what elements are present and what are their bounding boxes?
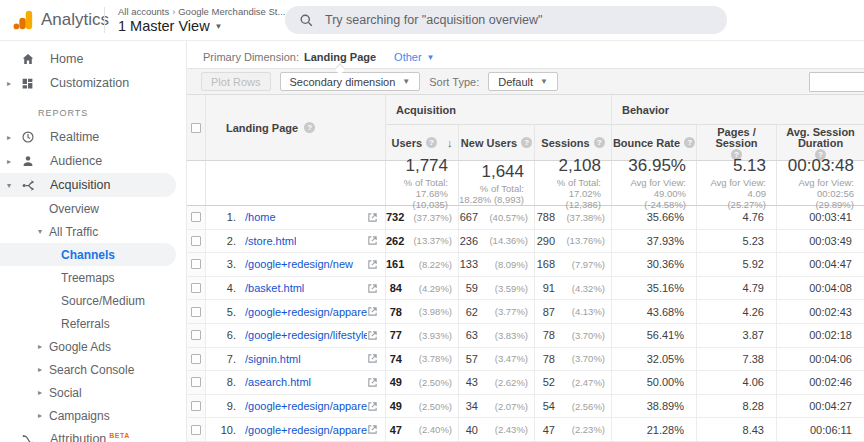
sidebar-item-attribution[interactable]: AttributionBETA	[0, 427, 176, 442]
help-icon[interactable]: ?	[521, 137, 532, 148]
analytics-logo[interactable]: Analytics	[0, 9, 104, 31]
sidebar-item-all-traffic[interactable]: ▾All Traffic	[0, 220, 176, 243]
sidebar-item-overview[interactable]: Overview	[0, 197, 176, 220]
column-header-avg-session-duration[interactable]: Avg. Session Duration ?	[777, 125, 864, 160]
primary-dimension-tab-landing-page[interactable]: Landing Page	[304, 51, 376, 63]
breadcrumb[interactable]: All accounts › Google Merchandise St...	[118, 6, 285, 17]
landing-page-cell: 1./home	[206, 206, 386, 229]
open-page-icon[interactable]	[367, 212, 378, 223]
row-checkbox[interactable]	[191, 330, 201, 340]
row-checkbox[interactable]	[191, 425, 201, 435]
landing-page-link[interactable]: /google+redesign/new	[245, 258, 353, 270]
open-page-icon[interactable]	[367, 235, 378, 246]
sidebar-item-google-ads[interactable]: ▸Google Ads	[0, 335, 176, 358]
row-checkbox[interactable]	[191, 377, 201, 387]
collapse-arrow-icon[interactable]: ▾	[38, 227, 42, 236]
row-checkbox[interactable]	[191, 283, 201, 293]
column-header-pages-session[interactable]: Pages / Session ?	[697, 125, 777, 160]
sidebar-item-home[interactable]: Home	[0, 47, 176, 71]
landing-page-link[interactable]: /google+redesign/apparel/mens	[245, 306, 367, 318]
help-icon[interactable]: ?	[304, 122, 315, 133]
row-checkbox[interactable]	[191, 354, 201, 364]
breadcrumb-property[interactable]: Google Merchandise St...	[178, 6, 285, 17]
sidebar-item-customization[interactable]: ▸Customization	[0, 71, 176, 95]
group-header-acquisition: Acquisition	[386, 95, 612, 124]
landing-page-link[interactable]: /google+redesign/apparel	[245, 400, 367, 412]
sidebar-item-social[interactable]: ▸Social	[0, 381, 176, 404]
row-checkbox[interactable]	[191, 236, 201, 246]
expand-arrow-icon[interactable]: ▸	[38, 388, 42, 397]
expand-arrow-icon[interactable]: ▸	[38, 365, 42, 374]
open-page-icon[interactable]	[367, 353, 378, 364]
cell-users-percent: (37.37%)	[404, 212, 452, 223]
sidebar-item-search-console[interactable]: ▸Search Console	[0, 358, 176, 381]
landing-page-link[interactable]: /basket.html	[245, 282, 304, 294]
home-icon	[21, 51, 37, 67]
expand-arrow-icon[interactable]: ▸	[38, 342, 42, 351]
row-checkbox[interactable]	[191, 212, 201, 222]
cell-bounce-rate: 38.89%	[612, 395, 697, 418]
sort-type-label: Sort Type:	[429, 76, 479, 88]
collapse-arrow-icon[interactable]: ▾	[7, 181, 11, 190]
sort-descending-icon[interactable]: ↓	[447, 137, 453, 149]
secondary-dimension-button[interactable]: Secondary dimension ▼	[280, 72, 421, 91]
expand-arrow-icon[interactable]: ▸	[7, 157, 11, 166]
table-search-input[interactable]	[809, 72, 864, 92]
sidebar-item-campaigns[interactable]: ▸Campaigns	[0, 404, 176, 427]
open-page-icon[interactable]	[367, 259, 378, 270]
table-body: 1./home732(37.37%)667(40.57%)788(37.38%)…	[187, 206, 864, 442]
row-checkbox[interactable]	[191, 259, 201, 269]
column-header-landing-page[interactable]: Landing Page ?	[206, 95, 386, 160]
landing-page-link[interactable]: /google+redesign/lifestyle/bags	[245, 329, 367, 341]
open-page-icon[interactable]	[367, 424, 378, 435]
global-search-input[interactable]: Try searching for "acquisition overview"	[285, 6, 727, 34]
sidebar-item-source-medium[interactable]: Source/Medium	[0, 289, 176, 312]
help-icon[interactable]: ?	[426, 137, 437, 148]
sort-type-button[interactable]: Default ▼	[488, 72, 558, 91]
sidebar-item-treemaps[interactable]: Treemaps	[0, 266, 176, 289]
cell-bounce-rate: 35.16%	[612, 277, 697, 300]
cell-users-percent: (2.50%)	[402, 401, 452, 412]
landing-page-link[interactable]: /store.html	[245, 235, 296, 247]
cell-bounce-rate: 43.68%	[612, 300, 697, 323]
sidebar-item-label: Social	[49, 386, 82, 400]
open-page-icon[interactable]	[367, 377, 378, 388]
landing-page-link[interactable]: /google+redesign/apparel/hats	[245, 424, 367, 436]
sidebar-item-referrals[interactable]: Referrals	[0, 312, 176, 335]
select-all-checkbox[interactable]	[191, 123, 201, 133]
open-page-icon[interactable]	[367, 306, 378, 317]
open-page-icon[interactable]	[367, 330, 378, 341]
header-divider	[104, 7, 105, 33]
column-header-new-users[interactable]: New Users ?	[459, 125, 535, 160]
sidebar-item-label: Google Ads	[49, 340, 111, 354]
landing-page-link[interactable]: /signin.html	[245, 353, 301, 365]
help-icon[interactable]: ?	[684, 137, 695, 148]
sidebar-item-acquisition[interactable]: ▾Acquisition	[0, 173, 176, 197]
help-icon[interactable]: ?	[594, 137, 605, 148]
primary-dimension-other[interactable]: Other ▼	[394, 51, 434, 63]
view-selector[interactable]: 1 Master View ▼	[118, 18, 285, 34]
breadcrumb-account[interactable]: All accounts	[118, 6, 169, 17]
landing-page-link[interactable]: /asearch.html	[245, 376, 311, 388]
cell-new-users-percent: (40.57%)	[478, 212, 528, 223]
row-checkbox[interactable]	[191, 307, 201, 317]
landing-page-link[interactable]: /home	[245, 211, 276, 223]
open-page-icon[interactable]	[367, 401, 378, 412]
cell-sessions-value: 78	[543, 329, 555, 341]
sidebar-item-channels[interactable]: Channels	[0, 243, 176, 266]
column-header-bounce-rate[interactable]: Bounce Rate ?	[612, 125, 697, 160]
totals-users-value: 1,774	[405, 156, 448, 176]
sidebar-item-realtime[interactable]: ▸Realtime	[0, 125, 176, 149]
row-checkbox[interactable]	[191, 401, 201, 411]
column-header-users[interactable]: Users ? ↓	[386, 125, 459, 160]
cell-new-users-percent: (3.47%)	[478, 353, 528, 364]
cell-sessions: 78(3.70%)	[535, 324, 612, 347]
expand-arrow-icon[interactable]: ▸	[38, 411, 42, 420]
open-page-icon[interactable]	[367, 283, 378, 294]
cell-sessions: 47(2.23%)	[535, 418, 612, 441]
column-header-sessions[interactable]: Sessions ?	[535, 125, 612, 160]
expand-arrow-icon[interactable]: ▸	[7, 133, 11, 142]
expand-arrow-icon[interactable]: ▸	[7, 79, 11, 88]
sidebar-item-audience[interactable]: ▸Audience	[0, 149, 176, 173]
cell-sessions-percent: (4.32%)	[555, 283, 605, 294]
